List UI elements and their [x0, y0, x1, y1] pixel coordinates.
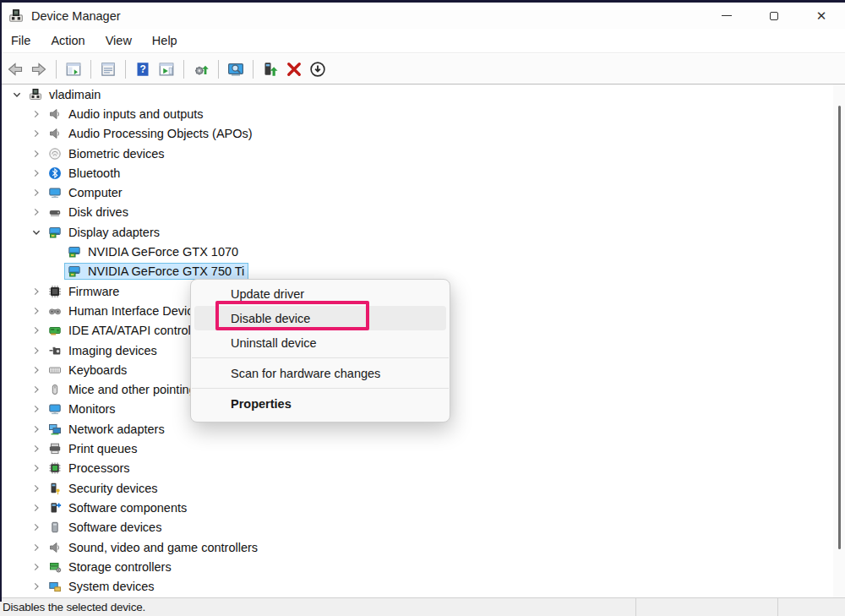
computer-chip-icon: [29, 88, 43, 101]
scan-hardware-button[interactable]: [224, 57, 248, 81]
hid-icon: [48, 304, 63, 318]
annotation-highlight-box: [215, 301, 369, 330]
menu-view[interactable]: View: [106, 34, 132, 47]
tree-item-label: NVIDIA GeForce GTX 1070: [88, 245, 238, 259]
tree-item-label: Software components: [68, 501, 187, 515]
menu-item-properties[interactable]: Properties: [194, 391, 446, 416]
chevron-right-icon[interactable]: [30, 522, 43, 532]
keyboard-icon: [48, 363, 63, 377]
security-device-icon: [48, 482, 63, 495]
tree-item-label: Imaging devices: [68, 344, 157, 357]
minimize-button[interactable]: [703, 3, 750, 29]
selected-highlight: NVIDIA GeForce GTX 750 Ti: [64, 263, 248, 280]
update-driver-software-icon: [193, 61, 210, 78]
tree-item-vladimain[interactable]: vladimain: [2, 84, 818, 104]
toolbar-separator: [183, 60, 184, 79]
chevron-right-icon[interactable]: [30, 365, 43, 375]
console-tree-button[interactable]: [62, 57, 85, 81]
tree-item-label: Disk drives: [68, 205, 128, 219]
update-driver-software-button[interactable]: [189, 57, 213, 81]
scrollbar-thumb[interactable]: [838, 106, 841, 549]
chevron-right-icon[interactable]: [30, 404, 43, 414]
network-adapter-icon: [48, 422, 63, 436]
update-driver-button[interactable]: [259, 57, 282, 81]
uninstall-button[interactable]: [282, 57, 306, 81]
tree-item-bluetooth[interactable]: Bluetooth: [2, 163, 818, 183]
close-button[interactable]: ✕: [798, 3, 845, 29]
forward-arrow-button[interactable]: [27, 57, 51, 81]
properties-button[interactable]: [96, 57, 120, 81]
tree-item-print-queues[interactable]: Print queues: [2, 439, 818, 458]
tree-item-computer[interactable]: Computer: [2, 183, 818, 203]
chevron-right-icon[interactable]: [30, 542, 43, 553]
back-arrow-button[interactable]: [3, 57, 27, 81]
tree-item-system-devices[interactable]: System devices: [2, 577, 818, 597]
chevron-right-icon[interactable]: [30, 346, 43, 356]
menu-item-scan-for-hardware-changes[interactable]: Scan for hardware changes: [194, 361, 446, 385]
tree-item-biometric-devices[interactable]: Biometric devices: [2, 144, 818, 163]
tree-item-disk-drives[interactable]: Disk drives: [2, 203, 818, 222]
chevron-right-icon[interactable]: [30, 306, 43, 316]
menu-separator: [192, 357, 449, 358]
toolbar-separator: [90, 60, 91, 79]
title-bar: Device Manager ✕: [0, 3, 845, 29]
chevron-right-icon[interactable]: [30, 149, 43, 159]
chevron-right-icon[interactable]: [30, 325, 43, 335]
tree-item-label: NVIDIA GeForce GTX 750 Ti: [88, 264, 244, 278]
menu-item-label: Scan for hardware changes: [231, 367, 380, 380]
chevron-right-icon[interactable]: [30, 581, 43, 591]
tree-item-label: Print queues: [68, 442, 137, 455]
toolbar-separator: [56, 60, 57, 79]
processor-icon: [48, 461, 63, 475]
menu-separator: [192, 388, 449, 389]
tree-item-audio-inputs-and-outputs[interactable]: Audio inputs and outputs: [2, 104, 818, 123]
tree-item-security-devices[interactable]: Security devices: [2, 478, 818, 498]
tree-item-label: Processors: [68, 461, 130, 475]
chevron-right-icon[interactable]: [30, 463, 43, 473]
disable-button[interactable]: [306, 57, 330, 81]
chevron-right-icon[interactable]: [30, 424, 43, 434]
tree-item-sound-video-and-game-controllers[interactable]: Sound, video and game controllers: [2, 537, 818, 557]
chevron-right-icon[interactable]: [30, 483, 43, 493]
chevron-down-icon[interactable]: [30, 227, 43, 237]
help-button[interactable]: ?: [131, 57, 155, 81]
chevron-right-icon[interactable]: [30, 286, 43, 297]
chevron-right-icon[interactable]: [30, 503, 43, 513]
menu-help[interactable]: Help: [152, 34, 177, 47]
tree-item-storage-controllers[interactable]: Storage controllers: [2, 557, 818, 576]
disk-drive-icon: [48, 205, 63, 219]
tree-item-software-components[interactable]: Software components: [2, 498, 818, 517]
chevron-right-icon[interactable]: [30, 168, 43, 178]
tree-item-label: Bluetooth: [68, 166, 120, 180]
menu-item-label: Uninstall device: [231, 336, 317, 350]
maximize-button[interactable]: [750, 3, 798, 29]
tree-item-software-devices[interactable]: Software devices: [2, 518, 818, 537]
chevron-right-icon[interactable]: [30, 128, 43, 139]
menu-file[interactable]: File: [11, 34, 30, 47]
chevron-right-icon[interactable]: [30, 444, 43, 454]
window-border-left: [0, 0, 2, 602]
device-manager-icon: [8, 8, 24, 24]
toolbar-separator: [125, 60, 126, 79]
close-icon: ✕: [816, 8, 827, 24]
menu-action[interactable]: Action: [51, 34, 84, 47]
chevron-right-icon[interactable]: [30, 384, 43, 395]
chevron-right-icon[interactable]: [30, 207, 43, 217]
tree-item-label: IDE ATA/ATAPI controllers: [68, 324, 210, 337]
chevron-right-icon[interactable]: [30, 188, 43, 198]
printer-icon: [48, 442, 63, 455]
monitor-icon: [48, 186, 63, 199]
firmware-chip-icon: [48, 285, 63, 298]
display-adapter-icon: [68, 264, 82, 278]
window-border-top: [0, 0, 845, 3]
tree-item-display-adapters[interactable]: Display adapters: [2, 222, 818, 242]
chevron-down-icon[interactable]: [10, 90, 24, 100]
tree-item-nvidia-geforce-gtx-1070[interactable]: NVIDIA GeForce GTX 1070: [2, 242, 818, 261]
tree-item-audio-processing-objects-apos[interactable]: Audio Processing Objects (APOs): [2, 124, 818, 144]
menu-item-uninstall-device[interactable]: Uninstall device: [194, 330, 446, 355]
chevron-right-icon[interactable]: [30, 109, 43, 119]
vertical-scrollbar[interactable]: [833, 84, 845, 597]
tree-item-processors[interactable]: Processors: [2, 459, 818, 478]
chevron-right-icon[interactable]: [30, 562, 43, 572]
action-pane-button[interactable]: [155, 57, 178, 81]
